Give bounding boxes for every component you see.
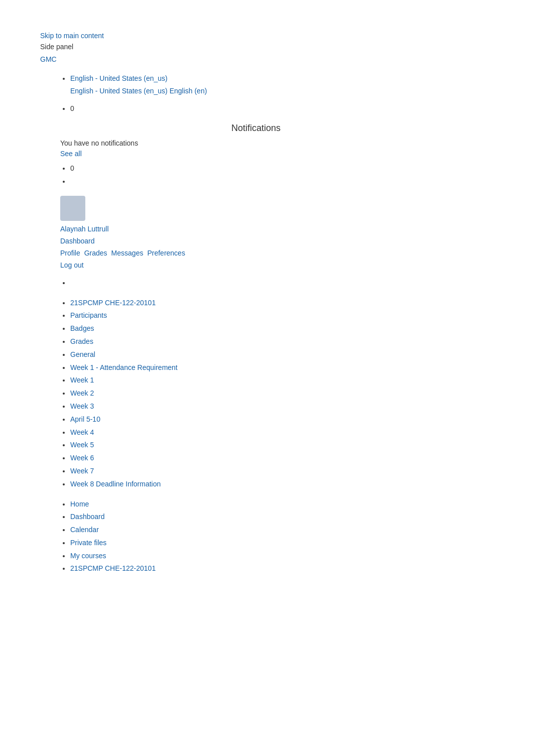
course-nav-link-0[interactable]: 21SPCMP CHE-122-20101 <box>70 299 156 307</box>
course-nav-item-11: Week 5 <box>70 439 452 451</box>
notification-count-value: 0 <box>70 104 74 112</box>
course-nav-item-14: Week 8 Deadline Information <box>70 478 452 490</box>
course-nav-item-8: Week 3 <box>70 401 452 413</box>
log-out-link[interactable]: Log out <box>60 261 452 269</box>
grades-link[interactable]: Grades <box>84 249 107 257</box>
empty-list-item <box>70 277 452 289</box>
course-nav-link-14[interactable]: Week 8 Deadline Information <box>70 480 161 488</box>
bottom-nav-link-5[interactable]: 21SPCMP CHE-122-20101 <box>70 564 156 572</box>
no-notifications-text: You have no notifications <box>60 138 452 149</box>
notification-count-item: 0 <box>70 103 452 115</box>
empty-section <box>40 277 452 289</box>
skip-links: Skip to main content Side panel GMC <box>40 30 452 65</box>
bottom-nav-item-4: My courses <box>70 550 452 562</box>
course-nav-item-7: Week 2 <box>70 388 452 400</box>
see-all-link[interactable]: See all <box>60 150 82 158</box>
course-nav-item-10: Week 4 <box>70 427 452 439</box>
course-nav-item-2: Badges <box>70 323 452 335</box>
avatar <box>60 196 85 221</box>
language-list: English - United States (en_us) <box>60 73 452 85</box>
bottom-nav-item-3: Private files <box>70 537 452 549</box>
course-nav-link-2[interactable]: Badges <box>70 324 94 332</box>
notifications-panel: Notifications You have no notifications … <box>40 123 452 158</box>
bottom-nav-item-0: Home <box>70 498 452 511</box>
bottom-nav-link-1[interactable]: Dashboard <box>70 513 105 521</box>
course-nav-item-12: Week 6 <box>70 452 452 464</box>
second-count-value: 0 <box>70 164 74 172</box>
course-nav-item-1: Participants <box>70 310 452 322</box>
user-section: Alaynah Luttrull Dashboard Profile Grade… <box>40 196 452 269</box>
profile-link[interactable]: Profile <box>60 249 80 257</box>
empty-bullet-item <box>70 176 452 188</box>
course-nav-item-3: Grades <box>70 336 452 348</box>
language-list-item: English - United States (en_us) <box>70 73 452 85</box>
course-nav-link-11[interactable]: Week 5 <box>70 441 94 449</box>
notification-count-section: 0 <box>40 103 452 115</box>
bottom-nav-link-4[interactable]: My courses <box>70 552 106 560</box>
course-nav-item-5: Week 1 - Attendance Requirement <box>70 362 452 374</box>
course-nav-link-4[interactable]: General <box>70 350 95 358</box>
second-count-section: 0 <box>40 163 452 188</box>
dashboard-link[interactable]: Dashboard <box>60 237 452 245</box>
course-nav-item-0: 21SPCMP CHE-122-20101 <box>70 297 452 309</box>
bottom-nav-item-1: Dashboard <box>70 511 452 523</box>
course-nav-item-13: Week 7 <box>70 465 452 477</box>
course-nav-link-8[interactable]: Week 3 <box>70 402 94 410</box>
bottom-nav-link-0[interactable]: Home <box>70 500 89 508</box>
course-nav-list: 21SPCMP CHE-122-20101 Participants Badge… <box>60 297 452 490</box>
notification-count-list: 0 <box>60 103 452 115</box>
course-nav-section: 21SPCMP CHE-122-20101 Participants Badge… <box>40 297 452 490</box>
preferences-link[interactable]: Preferences <box>147 249 185 257</box>
course-nav-item-6: Week 1 <box>70 374 452 387</box>
user-nav-links: Profile Grades Messages Preferences <box>60 249 452 257</box>
bottom-nav-link-3[interactable]: Private files <box>70 539 106 547</box>
course-nav-link-12[interactable]: Week 6 <box>70 454 94 462</box>
language-section: English - United States (en_us) English … <box>40 73 452 95</box>
bottom-nav-item-2: Calendar <box>70 524 452 536</box>
course-nav-item-4: General <box>70 349 452 361</box>
course-nav-link-3[interactable]: Grades <box>70 337 93 345</box>
user-name-link[interactable]: Alaynah Luttrull <box>60 225 452 233</box>
bottom-nav-link-2[interactable]: Calendar <box>70 526 99 534</box>
skip-to-main-link[interactable]: Skip to main content <box>40 30 452 41</box>
bottom-nav-section: Home Dashboard Calendar Private files My… <box>40 498 452 575</box>
second-count-item: 0 <box>70 163 452 175</box>
course-nav-link-7[interactable]: Week 2 <box>70 389 94 397</box>
course-nav-link-5[interactable]: Week 1 - Attendance Requirement <box>70 363 178 371</box>
course-nav-link-10[interactable]: Week 4 <box>70 428 94 436</box>
language-primary-link[interactable]: English - United States (en_us) <box>70 74 168 82</box>
messages-link[interactable]: Messages <box>111 249 144 257</box>
course-nav-item-9: April 5-10 <box>70 414 452 426</box>
bottom-nav-item-5: 21SPCMP CHE-122-20101 <box>70 563 452 575</box>
course-nav-link-9[interactable]: April 5-10 <box>70 415 100 423</box>
gmc-link[interactable]: GMC <box>40 54 452 65</box>
bottom-nav-list: Home Dashboard Calendar Private files My… <box>60 498 452 575</box>
language-secondary-link[interactable]: English - United States (en_us) English … <box>70 87 207 95</box>
user-avatar-wrapper <box>60 196 452 225</box>
course-nav-link-6[interactable]: Week 1 <box>70 376 94 384</box>
side-panel-label: Side panel <box>40 41 452 52</box>
course-nav-link-1[interactable]: Participants <box>70 311 107 319</box>
notifications-title: Notifications <box>60 123 452 134</box>
course-nav-link-13[interactable]: Week 7 <box>70 467 94 475</box>
empty-list <box>60 277 452 289</box>
second-count-list: 0 <box>60 163 452 188</box>
